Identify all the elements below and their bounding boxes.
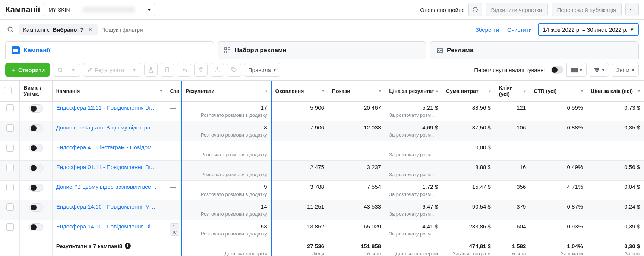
row-checkbox[interactable] <box>6 104 14 112</box>
row-checkbox[interactable] <box>6 144 14 152</box>
impressions-value: 3 237 <box>332 164 381 170</box>
tab-campaigns[interactable]: Кампанії <box>5 41 214 59</box>
table-row[interactable]: Допис в Instagram: В цьому відео ро… — 8… <box>0 121 644 141</box>
row-toggle[interactable] <box>29 223 43 231</box>
ctr-value: — <box>534 144 583 150</box>
breakdown-button[interactable]: ▾ <box>590 63 609 77</box>
col-cpc[interactable]: Ціна за клік (всі)▾ <box>587 81 644 101</box>
refresh-button[interactable] <box>468 3 482 16</box>
copy-button[interactable] <box>161 63 174 77</box>
results-sub: Розпочато розмови в додатку <box>186 231 267 237</box>
summary-results: — <box>186 243 267 249</box>
col-campaign[interactable]: Кампанія▾ <box>52 81 166 101</box>
discard-drafts-button[interactable]: Відхилити чернетки <box>486 3 548 16</box>
col-status[interactable]: Ста <box>166 81 181 101</box>
search-icon[interactable] <box>5 24 16 35</box>
filter-search-input[interactable] <box>101 26 470 33</box>
status-value: — <box>170 144 176 150</box>
create-button[interactable]: ＋ Створити <box>5 63 50 77</box>
filter-chip-close[interactable] <box>86 26 94 33</box>
results-sub: Розпочато розмови в додатку <box>186 191 267 197</box>
chevron-down-icon: ▾ <box>273 66 276 73</box>
grid-icon <box>224 47 231 54</box>
campaign-name-link[interactable]: Ендосфера 12.11 - Повідомлення Di… <box>56 104 162 111</box>
edit-dropdown[interactable]: ▾ <box>128 63 141 77</box>
clear-filter-link[interactable]: Очистити <box>505 26 534 33</box>
status-value: — <box>170 203 176 210</box>
campaign-name-link[interactable]: Ендосфера 14.10 - Повідомлення Di… <box>56 223 162 230</box>
col-impressions[interactable]: Покази▾ <box>328 81 385 101</box>
impressions-value: 20 467 <box>332 104 381 111</box>
row-checkbox[interactable] <box>6 124 14 132</box>
table-row[interactable]: Ендосфера 4.11 інстаграм - Повідом… — —Р… <box>0 141 644 160</box>
delete-button[interactable] <box>194 63 208 77</box>
duplicate-button[interactable] <box>53 63 67 77</box>
table-row[interactable]: Допис: "В цьому відео розповіли все… — 9… <box>0 180 644 200</box>
undo-button[interactable] <box>177 63 191 77</box>
table-row[interactable]: Ендосфера 14.10 - Повідомлення Di… 1 ге … <box>0 220 644 240</box>
col-results[interactable]: Результати▾ <box>181 81 271 101</box>
info-icon[interactable]: i <box>125 243 131 249</box>
campaign-name-link[interactable]: Ендосфера 4.11 інстаграм - Повідом… <box>56 144 162 150</box>
svg-rect-2 <box>228 48 230 50</box>
summary-spend: 474,81 $ <box>446 243 491 249</box>
cpr-value: 1,72 $ <box>389 184 438 190</box>
row-checkbox[interactable] <box>6 203 14 211</box>
col-toggle[interactable]: Вимк. / Увімк. <box>20 81 52 101</box>
rules-button[interactable]: Правила ▾ <box>244 63 280 77</box>
row-toggle[interactable] <box>29 124 43 132</box>
flask-icon <box>148 67 154 73</box>
svg-rect-6 <box>59 69 62 72</box>
tab-ads[interactable]: Реклама <box>430 41 639 59</box>
summary-clicks-sub: Усього <box>499 251 526 256</box>
account-selector[interactable]: MY SKIN ▾ <box>44 3 155 16</box>
export-button[interactable] <box>211 63 224 77</box>
more-menu-button[interactable]: ⋯ <box>625 3 639 16</box>
edit-button[interactable]: Редагувати <box>83 63 128 77</box>
row-toggle[interactable] <box>29 184 43 192</box>
edit-label: Редагувати <box>95 67 124 73</box>
review-publish-button[interactable]: Перевірка й публікація <box>552 3 622 16</box>
campaign-name-link[interactable]: Ендосфера 01.11 - Повідомлення Di… <box>56 164 162 170</box>
ab-test-button[interactable] <box>144 63 158 77</box>
table-row[interactable]: Ендосфера 12.11 - Повідомлення Di… — 17Р… <box>0 101 644 121</box>
view-settings-toggle[interactable] <box>551 66 564 74</box>
row-toggle[interactable] <box>29 203 43 212</box>
svg-rect-7 <box>166 68 169 72</box>
table-row[interactable]: Ендосфера 01.11 - Повідомлення Di… — —Ро… <box>0 160 644 180</box>
columns-icon: ▮▮▮ <box>571 66 577 73</box>
row-checkbox[interactable] <box>6 184 14 191</box>
row-toggle[interactable] <box>29 104 43 113</box>
tag-button[interactable] <box>227 63 241 77</box>
row-checkbox[interactable] <box>6 164 14 171</box>
col-reach[interactable]: Охоплення▾ <box>271 81 328 101</box>
duplicate-dropdown[interactable]: ▾ <box>67 63 80 77</box>
col-spend[interactable]: Сума витрат▾ <box>442 81 495 101</box>
clicks-value: — <box>499 144 526 150</box>
summary-cpr-sub: Декілька конверсій <box>389 251 438 256</box>
save-filter-link[interactable]: Зберегти <box>473 26 501 33</box>
filter-chip[interactable]: Кампанії є Вибрано: 7 <box>19 24 98 35</box>
table-wrap: Вимк. / Увімк. Кампанія▾ Ста Результати▾… <box>0 80 644 256</box>
col-checkbox[interactable] <box>0 81 20 101</box>
campaign-name-link[interactable]: Допис: "В цьому відео розповіли все… <box>56 184 162 190</box>
date-range-button[interactable]: 14 жов 2022 р. – 30 лист. 2022 р. ▾ <box>538 23 639 36</box>
row-checkbox[interactable] <box>6 223 14 231</box>
table-row[interactable]: Ендосфера 14.10 - Повідомлення M… — 14Ро… <box>0 200 644 220</box>
summary-clicks: 1 582 <box>499 243 526 249</box>
row-toggle[interactable] <box>29 164 43 172</box>
reach-value: 3 788 <box>275 184 324 190</box>
tab-adsets[interactable]: Набори реклами <box>218 41 426 59</box>
col-cost-per-result[interactable]: Ціна за результат▾ <box>385 81 442 101</box>
campaign-name-link[interactable]: Ендосфера 14.10 - Повідомлення M… <box>56 203 162 210</box>
reports-button[interactable]: Звіти ▾ <box>612 63 639 77</box>
row-toggle[interactable] <box>29 144 43 152</box>
filter-chip-value: Вибрано: 7 <box>53 26 83 33</box>
col-clicks[interactable]: Кліки (усі)▾ <box>495 81 530 101</box>
campaign-name-link[interactable]: Допис в Instagram: В цьому відео ро… <box>56 124 162 131</box>
clipboard-icon <box>165 67 170 73</box>
select-all-checkbox[interactable] <box>4 87 12 94</box>
summary-impressions: 151 858 <box>332 243 381 249</box>
col-ctr[interactable]: CTR (усі)▾ <box>530 81 587 101</box>
columns-button[interactable]: ▮▮▮ ▾ <box>566 63 587 77</box>
